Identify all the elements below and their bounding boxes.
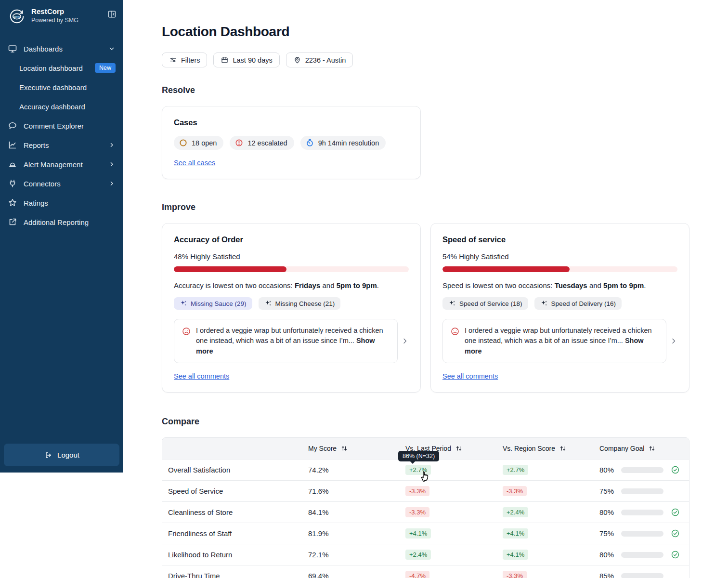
svg-text:smg: smg	[13, 14, 20, 19]
table-row: Friendliness of Staff 81.9% +4.1% +4.1% …	[162, 523, 689, 544]
topic-tag-missing-cheese[interactable]: Missing Cheese (21)	[259, 297, 341, 310]
see-all-cases-link[interactable]: See all cases	[174, 159, 215, 167]
topic-tag-label: Missing Cheese (21)	[275, 300, 335, 307]
highly-satisfied-text: 54% Highly Satisfied	[442, 252, 677, 261]
date-range-button[interactable]: Last 90 days	[213, 53, 279, 67]
topic-tag-label: Speed of Service (18)	[459, 300, 522, 307]
sidebar-item-accuracy-dashboard[interactable]: Accuracy dashboard	[0, 97, 123, 116]
sort-icon	[649, 445, 655, 452]
sort-icon	[341, 445, 348, 452]
goal-progress-bar	[621, 573, 663, 578]
see-all-comments-link[interactable]: See all comments	[174, 372, 229, 380]
sidebar-collapse-icon[interactable]	[107, 10, 117, 19]
goal-value: 80%	[599, 508, 614, 516]
insight-text: Accuracy is lowest on two occasions: Fri…	[174, 281, 409, 289]
column-header-label: Company Goal	[599, 445, 644, 452]
map-pin-icon	[293, 56, 301, 64]
frown-face-icon	[450, 327, 460, 356]
logout-label: Logout	[57, 451, 79, 459]
sparkle-icon	[264, 300, 272, 307]
goal-progress-bar	[621, 510, 663, 515]
company-goal-cell: 85%	[599, 572, 689, 578]
sort-my-score[interactable]: My Score	[308, 445, 405, 452]
sidebar-item-location-dashboard[interactable]: Location dashboard New	[0, 58, 123, 78]
goal-progress-bar	[621, 467, 663, 473]
location-button[interactable]: 2236 - Austin	[286, 53, 353, 67]
accuracy-of-order-card: Accuracy of Order 48% Highly Satisfied A…	[162, 223, 421, 393]
goal-value: 80%	[599, 551, 614, 559]
sidebar-item-label: Alert Management	[24, 160, 83, 169]
external-link-icon	[8, 217, 17, 227]
page-title: Location Dashboard	[162, 24, 689, 39]
sidebar-item-label: Ratings	[24, 199, 48, 207]
check-circle-icon	[671, 529, 680, 538]
open-cases-stat: 18 open	[174, 136, 223, 150]
sidebar-item-label: Connectors	[24, 180, 61, 188]
next-comment-chevron-icon[interactable]	[670, 337, 677, 345]
vs-region-badge: +4.1%	[503, 550, 528, 560]
improve-card-title: Speed of service	[442, 235, 677, 244]
goal-progress-bar	[621, 531, 663, 537]
sidebar-item-label: Accuracy dashboard	[19, 103, 85, 111]
sidebar-item-additional-reporting[interactable]: Additional Reporting	[0, 212, 123, 232]
goal-value: 80%	[599, 466, 614, 474]
table-row: Speed of Service 71.6% -3.3% -3.3% 75%	[162, 480, 689, 501]
sidebar-item-ratings[interactable]: Ratings	[0, 193, 123, 212]
sidebar-item-connectors[interactable]: Connectors	[0, 174, 123, 193]
topic-tags: Speed of Service (18) Speed of Delivery …	[442, 297, 677, 310]
filters-button-label: Filters	[181, 56, 200, 64]
plug-icon	[8, 179, 17, 188]
sidebar-item-label: Reports	[24, 141, 49, 149]
topic-tag-label: Speed of Delivery (16)	[551, 300, 616, 307]
check-circle-icon	[671, 465, 680, 474]
monitor-icon	[8, 44, 17, 53]
topic-tag-speed-of-delivery[interactable]: Speed of Delivery (16)	[534, 297, 622, 310]
sort-vs-region-score[interactable]: Vs. Region Score	[503, 445, 599, 452]
smg-logo-icon: smg	[8, 7, 26, 26]
sidebar-item-label: Dashboards	[24, 45, 63, 53]
goal-progress-bar	[621, 488, 663, 494]
topic-tag-label: Missing Sauce (29)	[191, 300, 247, 307]
sidebar-item-dashboards[interactable]: Dashboards	[0, 39, 123, 58]
topic-tag-missing-sauce[interactable]: Missing Sauce (29)	[174, 297, 252, 310]
sort-icon	[455, 445, 462, 452]
sidebar-item-executive-dashboard[interactable]: Executive dashboard	[0, 78, 123, 97]
logout-button[interactable]: Logout	[4, 444, 119, 466]
vs-last-period-badge: -4.7%	[405, 571, 429, 578]
metric-label: Overall Satisfaction	[162, 466, 308, 474]
alert-circle-icon	[234, 138, 244, 147]
satisfaction-progress-fill	[174, 266, 286, 272]
comment-card: I ordered a veggie wrap but unfortunatel…	[442, 319, 666, 363]
satisfaction-progress-fill	[442, 266, 570, 272]
next-comment-chevron-icon[interactable]	[401, 337, 409, 345]
vs-region-badge: +2.7%	[503, 465, 528, 475]
company-goal-cell: 75%	[599, 529, 689, 538]
brand-name: RestCorp	[31, 7, 102, 15]
sidebar-item-reports[interactable]: Reports	[0, 135, 123, 155]
my-score-value: 81.9%	[308, 529, 405, 538]
star-icon	[8, 198, 17, 208]
goal-progress-bar	[621, 552, 663, 558]
chevron-right-icon	[108, 141, 116, 149]
vs-region-badge: -3.3%	[503, 571, 527, 578]
my-score-value: 74.2%	[308, 466, 405, 474]
table-row: Drive-Thru Time 69.4% -4.7% -3.3% 85%	[162, 565, 689, 578]
open-cases-label: 18 open	[192, 139, 217, 147]
cases-card-title: Cases	[174, 118, 409, 127]
see-all-comments-link[interactable]: See all comments	[442, 372, 498, 380]
cases-card: Cases 18 open 12 escalated 9h 14min reso…	[162, 106, 421, 179]
goal-value: 75%	[599, 487, 614, 495]
topic-tag-speed-of-service[interactable]: Speed of Service (18)	[442, 297, 528, 310]
sidebar-item-comment-explorer[interactable]: Comment Explorer	[0, 116, 123, 135]
metric-label: Speed of Service	[162, 487, 308, 495]
sort-icon	[559, 445, 566, 452]
vs-region-badge: +4.1%	[503, 528, 528, 539]
filters-button[interactable]: Filters	[162, 53, 207, 67]
improve-heading: Improve	[162, 202, 689, 212]
sidebar-item-alert-management[interactable]: Alert Management	[0, 155, 123, 174]
vs-last-period-badge: -3.3%	[405, 507, 429, 517]
sort-company-goal[interactable]: Company Goal	[599, 445, 689, 452]
company-goal-cell: 75%	[599, 487, 689, 495]
chevron-right-icon	[108, 180, 116, 187]
sidebar-item-label: Additional Reporting	[24, 218, 89, 226]
